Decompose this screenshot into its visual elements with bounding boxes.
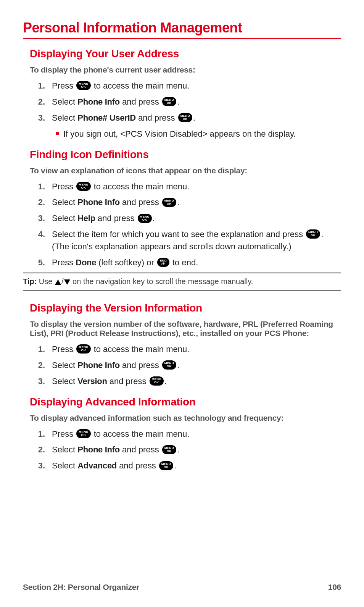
step-body: Select Phone Info and press MENUOK. bbox=[52, 359, 341, 371]
section-title: Finding Icon Definitions bbox=[30, 149, 341, 161]
list-item: 4.Select the item for which you want to … bbox=[30, 228, 341, 253]
step-number: 1. bbox=[30, 343, 52, 355]
menu-ok-key-icon: MENUOK bbox=[150, 376, 164, 386]
page-footer: Section 2H: Personal Organizer 106 bbox=[23, 583, 341, 592]
menu-ok-key-icon: MENUOK bbox=[138, 214, 152, 223]
menu-ok-key-icon: MENUOK bbox=[162, 445, 176, 454]
step-number: 1. bbox=[30, 181, 52, 193]
step-list: 1.Press MENUOK to access the main menu.2… bbox=[30, 181, 341, 269]
step-body: Select Help and press MENUOK. bbox=[52, 212, 341, 224]
step-list: 1.Press MENUOK to access the main menu.2… bbox=[30, 428, 341, 472]
step-number: 1. bbox=[30, 80, 52, 92]
step-body: Press MENUOK to access the main menu. bbox=[52, 343, 341, 355]
section-intro: To display the phone's current user addr… bbox=[30, 65, 341, 74]
menu-ok-key-icon: MENUOK bbox=[162, 198, 176, 207]
step-number: 5. bbox=[30, 257, 52, 269]
list-item: 5.Press Done (left softkey) or END/☉ to … bbox=[30, 257, 341, 269]
step-body: Select Version and press MENUOK. bbox=[52, 375, 341, 387]
step-bold-term: Phone Info bbox=[77, 97, 120, 107]
step-number: 3. bbox=[30, 460, 52, 472]
menu-ok-key-icon: MENUOK bbox=[76, 182, 90, 191]
menu-ok-key-icon: MENUOK bbox=[159, 461, 173, 470]
list-item: 2.Select Phone Info and press MENUOK. bbox=[30, 444, 341, 456]
footer-section: Section 2H: Personal Organizer bbox=[23, 583, 139, 592]
step-body: Select the item for which you want to se… bbox=[52, 228, 341, 253]
step-body: Select Phone Info and press MENUOK. bbox=[52, 96, 341, 108]
step-bold-term: Phone Info bbox=[77, 445, 120, 454]
step-bold-term: Phone Info bbox=[77, 197, 120, 207]
menu-ok-key-icon: MENUOK bbox=[162, 360, 176, 370]
step-number: 2. bbox=[30, 444, 52, 456]
tip-label: Tip: bbox=[23, 277, 37, 286]
step-number: 2. bbox=[30, 359, 52, 371]
step-body: Press Done (left softkey) or END/☉ to en… bbox=[52, 257, 341, 269]
step-number: 3. bbox=[30, 112, 52, 124]
step-bold-term: Advanced bbox=[77, 461, 117, 470]
step-list: 1.Press MENUOK to access the main menu.2… bbox=[30, 80, 341, 124]
step-body: Select Phone Info and press MENUOK. bbox=[52, 196, 341, 208]
page-title: Personal Information Management bbox=[23, 20, 341, 39]
menu-ok-key-icon: MENUOK bbox=[76, 81, 90, 90]
step-number: 2. bbox=[30, 96, 52, 108]
step-number: 4. bbox=[30, 228, 52, 241]
list-item: 1.Press MENUOK to access the main menu. bbox=[30, 428, 341, 440]
step-bold-term: Version bbox=[77, 376, 107, 386]
list-item: 2.Select Phone Info and press MENUOK. bbox=[30, 359, 341, 371]
footer-page-number: 106 bbox=[328, 583, 341, 592]
sub-bullet: If you sign out, <PCS Vision Disabled> a… bbox=[56, 128, 341, 140]
step-body: Select Phone Info and press MENUOK. bbox=[52, 444, 341, 456]
list-item: 3.Select Advanced and press MENUOK. bbox=[30, 460, 341, 472]
step-number: 2. bbox=[30, 196, 52, 208]
sub-bullet-text: If you sign out, <PCS Vision Disabled> a… bbox=[63, 128, 296, 140]
section-title: Displaying Your User Address bbox=[30, 48, 341, 60]
step-body: Select Advanced and press MENUOK. bbox=[52, 460, 341, 472]
step-body: Select Phone# UserID and press MENUOK. bbox=[52, 112, 341, 124]
menu-ok-key-icon: MENUOK bbox=[306, 229, 320, 239]
triangle-up-icon bbox=[55, 279, 61, 285]
section-intro: To view an explanation of icons that app… bbox=[30, 166, 341, 175]
menu-ok-key-icon: MENUOK bbox=[178, 113, 192, 122]
list-item: 3.Select Phone# UserID and press MENUOK. bbox=[30, 112, 341, 124]
list-item: 1.Press MENUOK to access the main menu. bbox=[30, 80, 341, 92]
step-list: 1.Press MENUOK to access the main menu.2… bbox=[30, 343, 341, 387]
section-title: Displaying Advanced Information bbox=[30, 396, 341, 408]
section-title: Displaying the Version Information bbox=[30, 302, 341, 314]
step-body: Press MENUOK to access the main menu. bbox=[52, 428, 341, 440]
section-intro: To display advanced information such as … bbox=[30, 413, 341, 423]
menu-ok-key-icon: MENUOK bbox=[76, 344, 90, 354]
list-item: 3.Select Version and press MENUOK. bbox=[30, 375, 341, 387]
step-bold-term: Help bbox=[77, 213, 95, 223]
step-body: Press MENUOK to access the main menu. bbox=[52, 80, 341, 92]
triangle-down-icon bbox=[64, 279, 70, 285]
step-bold-term: Phone Info bbox=[77, 360, 120, 370]
menu-ok-key-icon: MENUOK bbox=[76, 429, 90, 438]
step-number: 1. bbox=[30, 428, 52, 440]
list-item: 2.Select Phone Info and press MENUOK. bbox=[30, 96, 341, 108]
step-number: 3. bbox=[30, 375, 52, 387]
tip-box: Tip: Use / on the navigation key to scro… bbox=[23, 273, 341, 291]
end-key-icon: END/☉ bbox=[157, 258, 169, 267]
step-body: Press MENUOK to access the main menu. bbox=[52, 181, 341, 193]
step-bold-term: Phone# UserID bbox=[77, 113, 136, 123]
step-bold-term: Done bbox=[76, 258, 96, 267]
list-item: 1.Press MENUOK to access the main menu. bbox=[30, 181, 341, 193]
list-item: 2.Select Phone Info and press MENUOK. bbox=[30, 196, 341, 208]
list-item: 1.Press MENUOK to access the main menu. bbox=[30, 343, 341, 355]
section-intro: To display the version number of the sof… bbox=[30, 320, 341, 338]
list-item: 3.Select Help and press MENUOK. bbox=[30, 212, 341, 224]
step-number: 3. bbox=[30, 212, 52, 224]
bullet-square-icon bbox=[56, 132, 59, 135]
menu-ok-key-icon: MENUOK bbox=[162, 97, 176, 106]
